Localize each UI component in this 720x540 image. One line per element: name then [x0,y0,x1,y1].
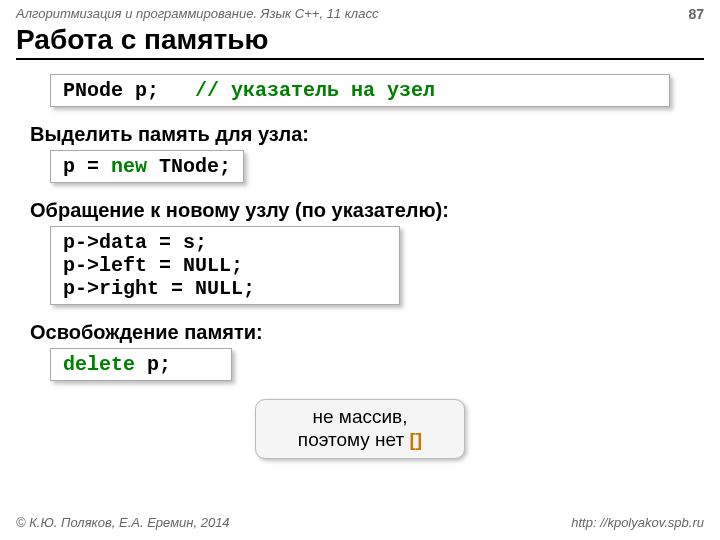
code-delete: delete p; [50,348,232,381]
footer: © К.Ю. Поляков, Е.А. Еремин, 2014 http: … [16,515,704,530]
page-number: 87 [688,6,704,22]
content: PNode p; // указатель на узел Выделить п… [0,64,720,459]
copyright: © К.Ю. Поляков, Е.А. Еремин, 2014 [16,515,230,530]
callout-line1: не массив, [313,406,408,427]
page-title: Работа с памятью [16,24,704,60]
footer-url: http: //kpolyakov.spb.ru [571,515,704,530]
code-access: p->data = s; p->left = NULL; p->right = … [50,226,400,305]
callout-note: не массив, поэтому нет [] [255,399,465,459]
decl-text: PNode p; [63,79,159,102]
section-free: Освобождение памяти: [30,321,690,344]
callout-line2: поэтому нет [298,429,410,450]
bracket-icon: [] [410,429,423,450]
decl-comment: // указатель на узел [195,79,435,102]
section-allocate: Выделить память для узла: [30,123,690,146]
code-declaration: PNode p; // указатель на узел [50,74,670,107]
header-bar: Алгоритмизация и программирование. Язык … [0,0,720,24]
course-label: Алгоритмизация и программирование. Язык … [16,6,378,22]
code-new: p = new TNode; [50,150,244,183]
section-access: Обращение к новому узлу (по указателю): [30,199,690,222]
